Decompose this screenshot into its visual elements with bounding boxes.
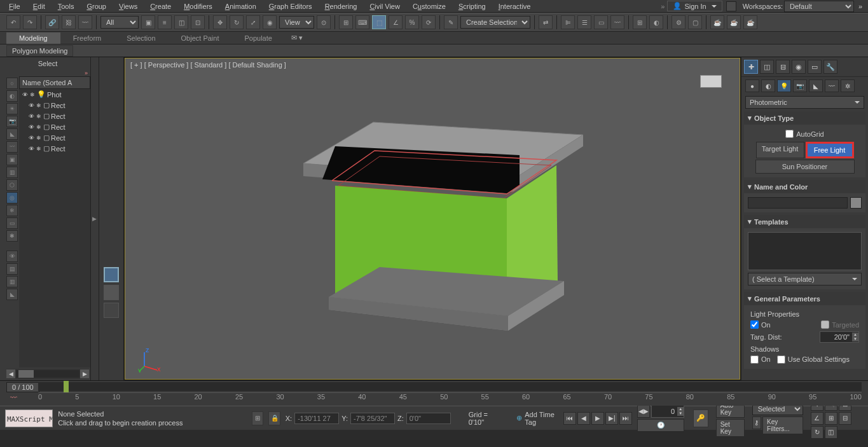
- display-children-icon[interactable]: 👁: [6, 251, 18, 262]
- display-layers-icon[interactable]: ▤: [6, 263, 18, 275]
- ribbon-tab-populate[interactable]: Populate: [231, 32, 284, 44]
- subtab-lights[interactable]: 💡: [777, 79, 791, 92]
- global-settings-checkbox[interactable]: [777, 355, 785, 364]
- render-production-button[interactable]: ☕: [710, 15, 724, 29]
- edit-selection-set-button[interactable]: ✎: [444, 15, 458, 29]
- filter-xrefs-icon[interactable]: ▥: [6, 167, 18, 178]
- layer-explorer-button[interactable]: ☰: [577, 15, 591, 29]
- goto-start-button[interactable]: ⏮: [563, 412, 576, 425]
- menu-group[interactable]: Group: [80, 1, 113, 11]
- mirror-button[interactable]: ⇄: [539, 15, 553, 29]
- subtab-geometry[interactable]: ●: [745, 79, 759, 92]
- freeze-icon[interactable]: ❄: [36, 124, 42, 130]
- select-scale-button[interactable]: ⤢: [246, 15, 260, 29]
- select-object-button[interactable]: ▣: [141, 15, 155, 29]
- menu-graph-editors[interactable]: Graph Editors: [263, 1, 319, 11]
- render-frame-button[interactable]: ▢: [688, 15, 702, 29]
- bind-space-warp-button[interactable]: 〰: [78, 15, 92, 29]
- filter-groups-icon[interactable]: ▣: [6, 154, 18, 165]
- targ-dist-input[interactable]: [820, 332, 852, 342]
- rollout-templates-header[interactable]: ▾Templates: [744, 215, 865, 228]
- subtab-shapes[interactable]: ◐: [761, 79, 775, 92]
- render-setup-button[interactable]: ⚙: [672, 15, 685, 29]
- layer-swatch-2[interactable]: [104, 285, 119, 300]
- subtab-spacewarps[interactable]: 〰: [825, 79, 839, 92]
- scroll-right-arrow[interactable]: ▶: [80, 369, 89, 378]
- rollout-object-type-header[interactable]: ▾Object Type: [744, 111, 865, 125]
- filter-spacewarps-icon[interactable]: 〰: [6, 141, 18, 153]
- prev-frame-button[interactable]: ◀: [577, 412, 590, 425]
- select-rotate-button[interactable]: ↻: [230, 15, 244, 29]
- menu-civil-view[interactable]: Civil View: [363, 1, 406, 11]
- menu-file[interactable]: File: [3, 1, 27, 11]
- object-name-input[interactable]: [748, 197, 848, 209]
- signin-button[interactable]: 👤 Sign In: [667, 1, 722, 11]
- undo-button[interactable]: ↶: [6, 15, 20, 29]
- x-coord-input[interactable]: -130'11 27: [294, 413, 339, 424]
- visibility-icon[interactable]: 👁: [28, 135, 34, 141]
- select-by-name-button[interactable]: ≡: [158, 15, 172, 29]
- sun-positioner-button[interactable]: Sun Positioner: [755, 160, 855, 174]
- visibility-icon[interactable]: 👁: [28, 124, 34, 130]
- select-place-button[interactable]: ◉: [263, 15, 277, 29]
- time-slider-handle[interactable]: [64, 381, 69, 392]
- list-item[interactable]: 👁❄▢Rect: [19, 121, 90, 132]
- render-iterative-button[interactable]: ☕: [727, 15, 741, 29]
- maximize-viewport-button[interactable]: ◫: [825, 426, 837, 439]
- maxscript-mini-listener[interactable]: MAXScript Min: [5, 409, 53, 427]
- visibility-icon[interactable]: 👁: [22, 92, 28, 98]
- object-color-swatch[interactable]: [850, 197, 862, 209]
- viewport-label[interactable]: [ + ] [ Perspective ] [ Standard ] [ Def…: [130, 61, 286, 69]
- spinner-snap-button[interactable]: ⟳: [422, 15, 436, 29]
- render-activeshade-button[interactable]: ☕: [743, 15, 757, 29]
- workspaces-select[interactable]: Default: [784, 1, 854, 12]
- lock-icon[interactable]: 🔒: [268, 411, 280, 425]
- target-light-button[interactable]: Target Light: [756, 142, 804, 158]
- freeze-icon[interactable]: ❄: [36, 102, 42, 109]
- shadow-on-checkbox[interactable]: [750, 355, 759, 364]
- freeze-icon[interactable]: ❄: [29, 92, 36, 98]
- ribbon-dropdown-icon[interactable]: ✉ ▾: [285, 34, 309, 42]
- scroll-thumb[interactable]: [18, 370, 34, 378]
- menu-scripting[interactable]: Scripting: [452, 1, 492, 11]
- toggle-ribbon-button[interactable]: ▭: [594, 15, 608, 29]
- z-coord-input[interactable]: 0'0": [406, 413, 451, 424]
- ribbon-tab-freeform[interactable]: Freeform: [60, 32, 114, 44]
- selection-lock-button[interactable]: ⊞: [252, 411, 263, 425]
- key-mode-button[interactable]: ◀▶: [637, 405, 650, 418]
- freeze-icon[interactable]: ❄: [36, 113, 42, 120]
- window-crossing-button[interactable]: ⊡: [191, 15, 205, 29]
- filter-frozen-icon[interactable]: ❄: [6, 205, 18, 216]
- ref-coord-select[interactable]: View: [279, 16, 314, 29]
- filter-bone-icon[interactable]: ⬡: [6, 179, 18, 191]
- pivot-button[interactable]: ⊙: [317, 15, 331, 29]
- align-button[interactable]: ⊫: [561, 15, 575, 29]
- ribbon-tab-object-paint[interactable]: Object Paint: [169, 32, 232, 44]
- polygon-modeling-panel[interactable]: Polygon Modeling: [6, 45, 73, 57]
- free-light-button[interactable]: Free Light: [806, 142, 854, 158]
- orbit-button[interactable]: ↻: [811, 426, 823, 439]
- goto-end-button[interactable]: ⏭: [619, 412, 632, 425]
- setkey-button[interactable]: Set Key: [716, 419, 745, 437]
- ribbon-tab-modeling[interactable]: Modeling: [6, 32, 60, 44]
- rollout-general-header[interactable]: ▾General Parameters: [744, 292, 865, 305]
- select-region-button[interactable]: ◫: [174, 15, 188, 29]
- menu-rendering[interactable]: Rendering: [319, 1, 364, 11]
- menu-animation[interactable]: Animation: [219, 1, 263, 11]
- filter-all-icon[interactable]: ✱: [6, 230, 18, 242]
- rollout-name-color-header[interactable]: ▾Name and Color: [744, 180, 865, 193]
- help-button[interactable]: [726, 1, 736, 11]
- next-frame-button[interactable]: ▶|: [605, 412, 618, 425]
- subtab-helpers[interactable]: ◣: [809, 79, 823, 92]
- selection-filter-select[interactable]: All: [100, 16, 139, 29]
- freeze-icon[interactable]: ❄: [36, 135, 42, 141]
- key-filters-button[interactable]: Key Filters...: [762, 416, 803, 434]
- add-time-tag-button[interactable]: Add Time Tag: [525, 411, 558, 426]
- filter-lights-icon[interactable]: ☀: [6, 103, 18, 114]
- tab-modify[interactable]: ◫: [760, 60, 774, 74]
- snap-toggle-button[interactable]: ⬚: [372, 15, 386, 29]
- tab-motion[interactable]: ◉: [792, 60, 806, 74]
- tab-create[interactable]: ✚: [744, 60, 758, 74]
- select-move-button[interactable]: ✥: [213, 15, 227, 29]
- layer-swatch-3[interactable]: [104, 303, 119, 318]
